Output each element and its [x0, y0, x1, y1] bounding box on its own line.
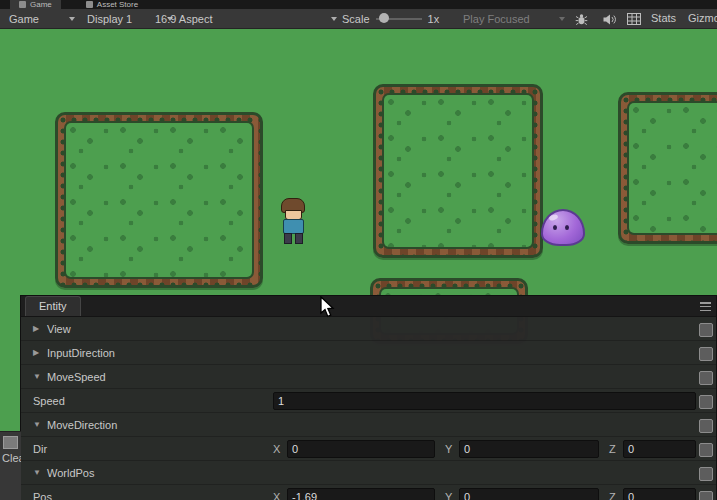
- row-handle[interactable]: [699, 467, 713, 481]
- fence-enclosure-top-left: [55, 112, 263, 288]
- chevron-down-icon: [331, 17, 337, 21]
- aspect-ratio-dropdown[interactable]: 16:9 Aspect: [150, 9, 342, 28]
- grass-field: [629, 103, 717, 233]
- scale-label: Scale: [342, 13, 370, 25]
- bug-icon[interactable]: [573, 12, 589, 26]
- play-focused-label: Play Focused: [463, 13, 530, 25]
- speaker-icon[interactable]: [601, 12, 617, 26]
- row-handle[interactable]: [699, 419, 713, 433]
- scale-control: Scale 1x: [342, 9, 439, 28]
- dir-x-field[interactable]: 0: [287, 440, 435, 458]
- scale-slider-knob[interactable]: [379, 13, 389, 23]
- foldout-expanded-icon: ▼: [33, 468, 47, 477]
- slime-eye: [553, 225, 557, 230]
- game-popup-dropdown[interactable]: Game: [4, 9, 80, 28]
- property-row-speed[interactable]: Speed1: [21, 389, 716, 413]
- property-label: Dir: [33, 443, 273, 455]
- tab-label: Asset Store: [97, 0, 138, 9]
- entity-inspector-panel: Entity ▶View▶InputDirection▼MoveSpeedSpe…: [20, 295, 717, 500]
- axis-x-label: X: [273, 491, 282, 500]
- property-label: Speed: [33, 395, 273, 407]
- unity-game-view-window: Game Asset Store Game Display 1 16:9 Asp…: [0, 0, 717, 500]
- foldout-movedirection[interactable]: ▼MoveDirection: [21, 413, 716, 437]
- player-shirt: [283, 219, 304, 234]
- editor-tab-bar: Game Asset Store: [0, 0, 717, 9]
- slime-eye: [565, 225, 569, 230]
- grid-icon[interactable]: [626, 12, 642, 26]
- row-handle[interactable]: [699, 491, 713, 500]
- player-character: [280, 198, 306, 245]
- aspect-label: 16:9 Aspect: [155, 13, 213, 25]
- foldout-label: MoveSpeed: [47, 371, 696, 383]
- mouse-cursor: [319, 296, 337, 320]
- axis-y-label: Y: [445, 443, 454, 455]
- dir-z-field[interactable]: 0: [623, 440, 696, 458]
- foldout-expanded-icon: ▼: [33, 372, 47, 381]
- foldout-collapsed-icon: ▶: [33, 324, 47, 333]
- property-label: Pos: [33, 491, 273, 500]
- chevron-down-icon: [69, 17, 75, 21]
- property-row-dir[interactable]: DirX0Y0Z0: [21, 437, 716, 461]
- game-tab-icon: [19, 1, 26, 8]
- chevron-down-icon: [559, 17, 565, 21]
- pos-z-field[interactable]: 0: [623, 488, 696, 500]
- dir-y-field[interactable]: 0: [459, 440, 599, 458]
- gizmos-button[interactable]: Gizmos: [688, 9, 717, 28]
- entity-panel-rows: ▶View▶InputDirection▼MoveSpeedSpeed1▼Mov…: [21, 317, 716, 500]
- stats-button[interactable]: Stats: [651, 9, 676, 28]
- game-view-toolbar: Game Display 1 16:9 Aspect Scale 1x Play…: [0, 9, 717, 29]
- property-row-pos[interactable]: PosX-1.69Y0Z0: [21, 485, 716, 500]
- row-handle[interactable]: [699, 347, 713, 361]
- foldout-view[interactable]: ▶View: [21, 317, 716, 341]
- axis-z-label: Z: [609, 443, 618, 455]
- axis-x-label: X: [273, 443, 282, 455]
- row-handle[interactable]: [699, 443, 713, 457]
- row-handle[interactable]: [699, 323, 713, 337]
- foldout-label: View: [47, 323, 696, 335]
- play-focused-dropdown[interactable]: Play Focused: [458, 9, 570, 28]
- speed-field[interactable]: 1: [273, 392, 696, 410]
- slime-highlight: [548, 214, 558, 222]
- scale-slider[interactable]: [376, 9, 422, 28]
- console-clear-button[interactable]: Clear: [2, 452, 21, 464]
- foldout-collapsed-icon: ▶: [33, 348, 47, 357]
- axis-y-label: Y: [445, 491, 454, 500]
- fence-enclosure-top-middle: [373, 84, 543, 258]
- asset-store-tab-icon: [86, 1, 93, 8]
- panel-tab-strip: Entity: [21, 296, 716, 317]
- menu-icon[interactable]: [700, 302, 711, 311]
- tab-game[interactable]: Game: [10, 0, 61, 9]
- grass-field: [66, 123, 252, 277]
- scale-value: 1x: [428, 13, 440, 25]
- pos-x-field[interactable]: -1.69: [287, 488, 435, 500]
- pos-y-field[interactable]: 0: [459, 488, 599, 500]
- player-legs: [280, 233, 306, 244]
- tab-entity[interactable]: Entity: [25, 296, 81, 316]
- tab-asset-store[interactable]: Asset Store: [77, 0, 147, 9]
- foldout-label: InputDirection: [47, 347, 696, 359]
- foldout-label: MoveDirection: [47, 419, 696, 431]
- foldout-inputdirection[interactable]: ▶InputDirection: [21, 341, 716, 365]
- grass-field: [384, 95, 532, 247]
- console-icon: [3, 436, 18, 449]
- foldout-worldpos[interactable]: ▼WorldPos: [21, 461, 716, 485]
- display-label: Display 1: [87, 13, 132, 25]
- axis-z-label: Z: [609, 491, 618, 500]
- fence-enclosure-right: [618, 92, 717, 244]
- foldout-label: WorldPos: [47, 467, 696, 479]
- row-handle[interactable]: [699, 395, 713, 409]
- console-window-edge: Clear: [0, 431, 21, 500]
- foldout-movespeed[interactable]: ▼MoveSpeed: [21, 365, 716, 389]
- game-popup-label: Game: [9, 13, 39, 25]
- tab-label: Game: [30, 0, 52, 9]
- row-handle[interactable]: [699, 371, 713, 385]
- foldout-expanded-icon: ▼: [33, 420, 47, 429]
